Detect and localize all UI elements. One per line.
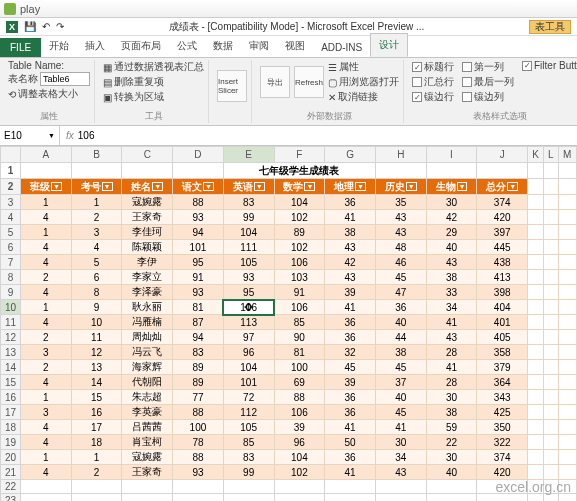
cell[interactable]: 43 — [325, 270, 376, 285]
cell[interactable]: 30 — [426, 195, 477, 210]
cell[interactable]: 1 — [21, 450, 72, 465]
cell[interactable]: 59 — [426, 420, 477, 435]
cell[interactable]: 41 — [325, 420, 376, 435]
cell[interactable]: 93 — [223, 270, 274, 285]
cell[interactable]: 94 — [173, 330, 224, 345]
cell[interactable]: 6 — [71, 270, 122, 285]
cell[interactable]: 91 — [173, 270, 224, 285]
cell[interactable]: 8 — [71, 285, 122, 300]
cell[interactable]: 2 — [21, 270, 72, 285]
cell[interactable]: 39 — [274, 420, 325, 435]
cell[interactable]: 36 — [325, 315, 376, 330]
cell[interactable]: 41 — [325, 210, 376, 225]
cell[interactable]: 95 — [223, 285, 274, 300]
summarize-pivot-button[interactable]: ▦ 通过数据透视表汇总 — [103, 60, 204, 74]
cell[interactable]: 4 — [21, 240, 72, 255]
open-browser-button[interactable]: ▢ 用浏览器打开 — [328, 75, 399, 89]
cell[interactable]: 99 — [223, 210, 274, 225]
cell[interactable]: 朱志超 — [122, 390, 173, 405]
cell[interactable]: 1 — [21, 225, 72, 240]
cell[interactable] — [173, 494, 224, 502]
cell[interactable]: 寇婉露 — [122, 450, 173, 465]
cell[interactable]: 45 — [375, 405, 426, 420]
first-col-checkbox[interactable] — [462, 62, 472, 72]
cell[interactable]: 69 — [274, 375, 325, 390]
cell[interactable] — [325, 494, 376, 502]
cell[interactable]: 34 — [426, 300, 477, 315]
cell[interactable]: 43 — [375, 465, 426, 480]
cell[interactable]: 420 — [477, 465, 528, 480]
cell[interactable]: 106 — [274, 255, 325, 270]
file-tab[interactable]: FILE — [0, 38, 41, 57]
cell[interactable]: 17 — [71, 420, 122, 435]
row-header[interactable]: 7 — [1, 255, 21, 270]
cell[interactable]: 海家辉 — [122, 360, 173, 375]
cell[interactable]: 101 — [173, 240, 224, 255]
cell[interactable]: 1 — [21, 195, 72, 210]
col-header[interactable]: A — [21, 147, 72, 163]
cell[interactable]: 39 — [325, 375, 376, 390]
cell[interactable]: 85 — [274, 315, 325, 330]
cell[interactable]: 45 — [325, 360, 376, 375]
col-header[interactable]: G — [325, 147, 376, 163]
row-header[interactable]: 23 — [1, 494, 21, 502]
cell[interactable]: 420 — [477, 210, 528, 225]
cell[interactable]: 397 — [477, 225, 528, 240]
cell[interactable]: 112 — [223, 405, 274, 420]
cell[interactable]: 30 — [426, 450, 477, 465]
cell[interactable]: 4 — [21, 375, 72, 390]
cell[interactable]: 88 — [274, 390, 325, 405]
cell[interactable]: ✥106 — [223, 300, 274, 315]
cell[interactable]: 3 — [21, 405, 72, 420]
cell[interactable]: 4 — [21, 465, 72, 480]
row-header[interactable]: 1 — [1, 163, 21, 179]
cell[interactable]: 105 — [223, 420, 274, 435]
cell[interactable]: 代朝阳 — [122, 375, 173, 390]
cell[interactable]: 1 — [71, 195, 122, 210]
tab-insert[interactable]: 插入 — [77, 35, 113, 57]
cell[interactable]: 106 — [274, 300, 325, 315]
row-header[interactable]: 16 — [1, 390, 21, 405]
cell[interactable]: 104 — [274, 195, 325, 210]
cell[interactable]: 83 — [173, 345, 224, 360]
cell[interactable]: 4 — [21, 210, 72, 225]
table-column-header[interactable]: 总分▼ — [477, 179, 528, 195]
cell[interactable] — [274, 480, 325, 494]
cell[interactable]: 36 — [325, 390, 376, 405]
cell[interactable]: 96 — [274, 435, 325, 450]
col-header[interactable]: F — [274, 147, 325, 163]
cell[interactable]: 38 — [426, 270, 477, 285]
name-box[interactable]: E10▼ — [0, 126, 60, 145]
cell[interactable]: 38 — [426, 405, 477, 420]
tab-home[interactable]: 开始 — [41, 35, 77, 57]
cell[interactable]: 43 — [426, 330, 477, 345]
cell[interactable]: 寇婉露 — [122, 195, 173, 210]
cell[interactable] — [122, 494, 173, 502]
cell[interactable]: 41 — [375, 420, 426, 435]
table-column-header[interactable]: 英语▼ — [223, 179, 274, 195]
col-header[interactable]: E — [223, 147, 274, 163]
properties-button[interactable]: ☰ 属性 — [328, 60, 399, 74]
formula-value[interactable]: 106 — [78, 130, 95, 141]
cell[interactable]: 41 — [325, 465, 376, 480]
cell[interactable]: 11 — [71, 330, 122, 345]
cell[interactable]: 4 — [21, 420, 72, 435]
cell[interactable]: 401 — [477, 315, 528, 330]
col-header[interactable]: B — [71, 147, 122, 163]
cell[interactable]: 100 — [173, 420, 224, 435]
worksheet-grid[interactable]: ABCDEFGHIJKLM1七年级学生成绩表2班级▼考号▼姓名▼语文▼英语▼数学… — [0, 146, 577, 501]
cell[interactable]: 102 — [274, 210, 325, 225]
row-header[interactable]: 6 — [1, 240, 21, 255]
cell[interactable]: 90 — [274, 330, 325, 345]
cell[interactable]: 358 — [477, 345, 528, 360]
cell[interactable]: 2 — [21, 330, 72, 345]
cell[interactable]: 16 — [71, 405, 122, 420]
cell[interactable]: 111 — [223, 240, 274, 255]
cell[interactable]: 1 — [21, 390, 72, 405]
row-header[interactable]: 18 — [1, 420, 21, 435]
cell[interactable] — [426, 494, 477, 502]
resize-table-button[interactable]: ⟲ 调整表格大小 — [8, 87, 90, 101]
cell[interactable]: 32 — [325, 345, 376, 360]
cell[interactable]: 47 — [375, 285, 426, 300]
cell[interactable]: 99 — [223, 465, 274, 480]
